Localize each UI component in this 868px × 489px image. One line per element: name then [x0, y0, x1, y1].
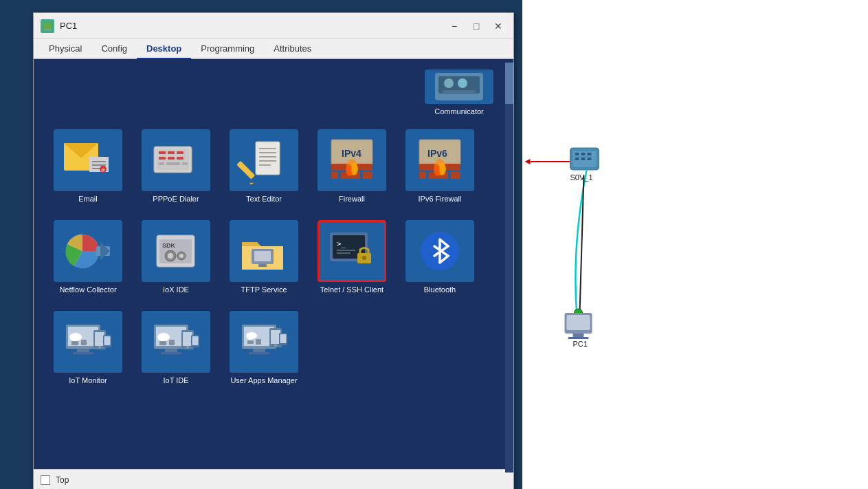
svg-text:PC1: PC1: [573, 340, 588, 348]
svg-rect-126: [588, 153, 592, 155]
svg-rect-117: [524, 0, 867, 489]
app-email[interactable]: @ Email: [44, 126, 132, 206]
tab-config[interactable]: Config: [91, 39, 137, 59]
svg-rect-41: [331, 172, 338, 179]
svg-rect-68: [254, 251, 271, 261]
minimize-button[interactable]: −: [446, 18, 463, 34]
iox-ide-icon-wrap: SDK: [142, 220, 210, 282]
tab-physical[interactable]: Physical: [39, 39, 91, 59]
svg-rect-103: [192, 336, 199, 345]
svg-rect-87: [95, 332, 104, 346]
svg-rect-0: [43, 23, 52, 28]
window-title: PC1: [60, 21, 446, 31]
user-apps-icon-wrap: [230, 311, 298, 373]
svg-rect-116: [280, 334, 287, 343]
email-label: Email: [78, 195, 98, 203]
app-ipv6-firewall[interactable]: IPv6 IPv6 Firewall: [396, 126, 484, 206]
app-iox-ide[interactable]: SDK IoX IDE: [132, 217, 220, 297]
svg-rect-69: [258, 264, 267, 267]
svg-point-83: [70, 336, 78, 341]
scrollbar-track[interactable]: [505, 63, 513, 472]
svg-point-76: [362, 256, 366, 260]
pc-icon: [41, 19, 54, 33]
svg-rect-85: [81, 340, 87, 345]
svg-rect-98: [169, 340, 175, 345]
communicator-icon-wrap: [425, 69, 493, 104]
network-svg: S0V_1 PC1: [522, 0, 868, 489]
communicator-label: Communicator: [434, 107, 484, 116]
svg-point-96: [158, 336, 166, 341]
svg-point-114: [275, 345, 277, 347]
title-bar: PC1 − □ ✕: [34, 13, 513, 39]
svg-rect-90: [104, 336, 111, 345]
svg-rect-97: [159, 341, 166, 345]
tab-attributes[interactable]: Attributes: [264, 39, 321, 59]
app-grid: @ Email: [44, 126, 503, 388]
svg-rect-107: [249, 352, 269, 354]
close-button[interactable]: ✕: [490, 18, 507, 34]
svg-point-5: [444, 78, 454, 88]
svg-point-55: [439, 163, 446, 175]
svg-point-109: [247, 334, 254, 340]
svg-rect-2: [44, 30, 51, 30]
svg-text:IPv4: IPv4: [342, 148, 361, 159]
app-bluetooth[interactable]: Bluetooth: [396, 217, 484, 297]
tab-desktop[interactable]: Desktop: [137, 39, 191, 59]
svg-rect-23: [177, 157, 183, 160]
title-bar-controls: − □ ✕: [446, 18, 507, 34]
svg-rect-22: [168, 157, 175, 160]
svg-rect-1: [45, 28, 49, 30]
svg-point-65: [179, 254, 183, 258]
svg-text:>_: >_: [337, 239, 346, 248]
svg-rect-25: [166, 162, 180, 165]
svg-rect-111: [256, 339, 261, 345]
svg-marker-58: [100, 242, 110, 260]
app-text-editor[interactable]: Text Editor: [220, 126, 308, 206]
svg-rect-51: [419, 172, 426, 179]
tab-programming[interactable]: Programming: [191, 39, 264, 59]
svg-rect-93: [165, 349, 177, 352]
firewall-label: Firewall: [339, 195, 365, 203]
iot-ide-label: IoT IDE: [163, 376, 188, 384]
telnet-ssh-icon-wrap: >_: [318, 220, 386, 282]
svg-text:IPv6: IPv6: [427, 148, 447, 159]
iot-monitor-icon-wrap: [54, 311, 122, 373]
pc1-window: PC1 − □ ✕ Physical Config Desktop Progra…: [33, 12, 514, 489]
svg-rect-18: [159, 151, 166, 154]
svg-rect-124: [575, 153, 579, 155]
app-iot-ide[interactable]: IoT IDE: [132, 307, 220, 388]
app-netflow[interactable]: Netflow Collector: [44, 217, 132, 297]
svg-rect-134: [568, 337, 589, 339]
svg-rect-33: [236, 161, 255, 180]
iox-ide-label: IoX IDE: [163, 285, 189, 294]
pppoe-label: PPPoE Dialer: [153, 195, 199, 203]
svg-rect-24: [159, 162, 164, 165]
app-iot-monitor[interactable]: IoT Monitor: [44, 307, 132, 388]
scrollbar-thumb[interactable]: [505, 63, 513, 104]
svg-point-88: [99, 347, 101, 349]
svg-rect-113: [271, 330, 280, 344]
svg-rect-100: [183, 332, 192, 346]
svg-rect-19: [168, 151, 175, 154]
svg-rect-26: [182, 162, 188, 165]
bottom-bar: Top: [34, 469, 513, 489]
app-pppoe[interactable]: PPPoE Dialer: [132, 126, 220, 206]
svg-rect-27: [256, 142, 280, 175]
app-tftp[interactable]: TFTP Service: [220, 217, 308, 297]
svg-rect-110: [247, 340, 254, 344]
app-communicator[interactable]: Communicator: [415, 66, 503, 119]
ipv6-firewall-label: IPv6 Firewall: [419, 195, 462, 203]
svg-rect-80: [77, 349, 89, 352]
app-firewall[interactable]: IPv4 Firewall: [308, 126, 396, 206]
svg-point-63: [168, 253, 173, 259]
svg-marker-34: [248, 181, 255, 184]
maximize-button[interactable]: □: [468, 18, 485, 34]
communicator-partial-row: Communicator: [44, 66, 503, 119]
app-user-apps[interactable]: User Apps Manager: [220, 307, 308, 388]
top-checkbox[interactable]: [41, 475, 50, 485]
telnet-ssh-label: Telnet / SSH Client: [320, 285, 383, 294]
app-telnet-ssh[interactable]: >_ Telnet / SSH Client: [308, 217, 396, 297]
svg-rect-20: [177, 151, 183, 154]
iot-ide-icon-wrap: [142, 311, 210, 373]
firewall-icon-wrap: IPv4: [318, 129, 386, 191]
